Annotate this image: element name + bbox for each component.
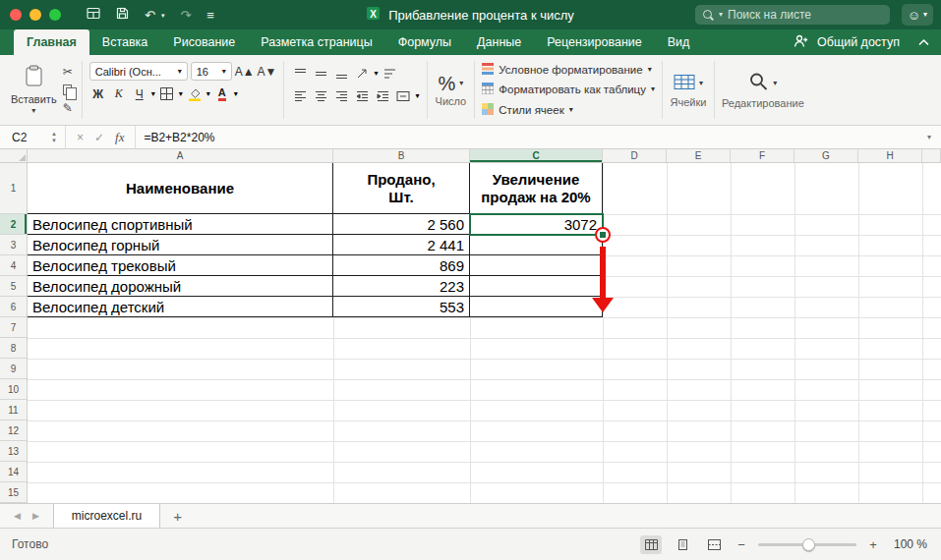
format-painter-icon[interactable]: ✎ xyxy=(63,99,73,117)
cell-B1[interactable]: Продано, Шт. xyxy=(333,163,470,214)
redo-icon[interactable]: ↷ xyxy=(180,8,191,23)
name-box-stepper[interactable]: ▲ ▼ xyxy=(51,131,57,143)
align-center-icon[interactable] xyxy=(312,86,329,105)
conditional-formatting-button[interactable]: Условное форматирование ▾ xyxy=(482,61,655,79)
column-header[interactable]: A xyxy=(28,149,333,162)
row-header[interactable]: 5 xyxy=(0,276,27,297)
zoom-out-button[interactable]: − xyxy=(735,537,748,552)
formula-bar-expand-icon[interactable]: ▾ xyxy=(927,134,941,141)
row-header[interactable]: 15 xyxy=(0,482,27,503)
cancel-entry-icon[interactable]: × xyxy=(77,131,84,144)
tab-review[interactable]: Рецензирование xyxy=(534,29,655,55)
cell-A3[interactable]: Велосипед горный xyxy=(28,235,333,255)
fill-handle[interactable] xyxy=(600,232,606,238)
undo-caret-icon[interactable]: ▾ xyxy=(161,12,165,19)
zoom-slider[interactable] xyxy=(758,543,856,546)
row-header[interactable]: 6 xyxy=(0,297,27,317)
cell-A1[interactable]: Наименование xyxy=(28,163,333,214)
column-header[interactable]: G xyxy=(794,149,858,162)
cell-B4[interactable]: 869 xyxy=(333,255,470,276)
prev-sheet-icon[interactable]: ◀ xyxy=(14,511,21,521)
align-left-icon[interactable] xyxy=(291,86,309,105)
bold-button[interactable]: Ж xyxy=(89,84,107,103)
zoom-slider-knob[interactable] xyxy=(802,538,815,551)
page-break-view-button[interactable] xyxy=(703,535,725,554)
collapse-ribbon-icon[interactable] xyxy=(918,35,929,49)
cell-B5[interactable]: 223 xyxy=(333,276,470,297)
fill-color-button[interactable] xyxy=(186,84,204,103)
underline-caret-icon[interactable]: ▾ xyxy=(151,90,155,98)
cell-B3[interactable]: 2 441 xyxy=(333,235,470,255)
cell-A5[interactable]: Велосипед дорожный xyxy=(28,276,333,297)
increase-font-button[interactable]: A▲ xyxy=(235,62,255,81)
column-header[interactable] xyxy=(922,149,941,162)
row-header[interactable]: 2 xyxy=(0,214,27,235)
cell-A4[interactable]: Велосипед трековый xyxy=(28,255,333,276)
row-header[interactable]: 13 xyxy=(0,441,27,462)
cut-icon[interactable]: ✂ xyxy=(63,63,73,81)
column-header[interactable]: F xyxy=(731,149,794,162)
fullscreen-window-button[interactable] xyxy=(49,9,61,21)
tab-home[interactable]: Главная xyxy=(14,29,89,55)
select-all-corner[interactable] xyxy=(0,149,28,163)
tab-data[interactable]: Данные xyxy=(464,29,534,55)
tab-page-layout[interactable]: Разметка страницы xyxy=(248,29,384,55)
row-header[interactable]: 3 xyxy=(0,235,27,255)
font-name-select[interactable]: Calibri (Осн... ▾ xyxy=(89,62,188,81)
fill-color-caret-icon[interactable]: ▾ xyxy=(206,90,210,98)
row-header[interactable]: 8 xyxy=(0,338,27,359)
row-header[interactable]: 12 xyxy=(0,420,27,441)
feedback-button[interactable]: ☺ ▾ xyxy=(902,4,933,26)
add-sheet-button[interactable]: + xyxy=(160,504,195,528)
format-as-table-button[interactable]: Форматировать как таблицу ▾ xyxy=(482,81,655,98)
paste-button[interactable]: Вставить ▾ xyxy=(7,60,61,120)
tab-draw[interactable]: Рисование xyxy=(160,29,248,55)
view-switcher-icon[interactable] xyxy=(87,7,100,23)
column-header[interactable]: B xyxy=(333,149,470,162)
cell-B6[interactable]: 553 xyxy=(333,297,470,317)
editing-button[interactable]: ▾ xyxy=(744,71,781,96)
save-icon[interactable] xyxy=(116,7,129,23)
merge-cells-icon[interactable] xyxy=(394,86,412,105)
next-sheet-icon[interactable]: ▶ xyxy=(32,511,39,521)
align-right-icon[interactable] xyxy=(332,86,350,105)
tab-formulas[interactable]: Формулы xyxy=(385,29,464,55)
cell-A2[interactable]: Велосипед спортивный xyxy=(28,214,333,235)
number-format-button[interactable]: % ▾ xyxy=(435,73,468,94)
zoom-level[interactable]: 100 % xyxy=(890,537,927,551)
align-top-icon[interactable] xyxy=(291,64,309,83)
share-button[interactable]: Общий доступ xyxy=(817,35,900,49)
name-box[interactable]: C2 xyxy=(0,126,51,148)
search-box[interactable]: ▾ Поиск на листе xyxy=(695,5,890,25)
cell-B2[interactable]: 2 560 xyxy=(333,214,470,235)
fill-handle-highlight[interactable] xyxy=(595,227,611,243)
italic-button[interactable]: К xyxy=(110,84,128,103)
cell-C4[interactable] xyxy=(470,255,603,276)
formula-input[interactable]: =B2+B2*20% xyxy=(144,131,214,144)
column-header[interactable]: C xyxy=(470,149,603,162)
cell-A6[interactable]: Велосипед детский xyxy=(28,297,333,317)
font-size-select[interactable]: 16 ▾ xyxy=(191,62,232,81)
close-window-button[interactable] xyxy=(10,9,22,21)
minimize-window-button[interactable] xyxy=(29,9,41,21)
align-middle-icon[interactable] xyxy=(312,64,329,83)
tab-view[interactable]: Вид xyxy=(655,29,703,55)
row-header[interactable]: 9 xyxy=(0,359,27,379)
cell-styles-button[interactable]: Стили ячеек ▾ xyxy=(482,101,655,119)
column-header[interactable]: H xyxy=(858,149,922,162)
zoom-in-button[interactable]: + xyxy=(866,537,880,552)
wrap-text-icon[interactable] xyxy=(382,64,399,83)
align-bottom-icon[interactable] xyxy=(332,64,350,83)
font-color-button[interactable]: А xyxy=(213,84,231,103)
normal-view-button[interactable] xyxy=(640,535,662,554)
insert-function-icon[interactable]: fx xyxy=(115,130,124,145)
tab-insert[interactable]: Вставка xyxy=(89,29,160,55)
increase-indent-icon[interactable] xyxy=(374,86,391,105)
cell-C1[interactable]: Увеличение продаж на 20% xyxy=(470,163,603,214)
row-header[interactable]: 10 xyxy=(0,379,27,400)
page-layout-view-button[interactable] xyxy=(672,535,693,554)
copy-icon[interactable] xyxy=(63,82,73,99)
orientation-icon[interactable] xyxy=(353,64,371,83)
customize-toolbar-icon[interactable]: ≡ xyxy=(206,8,214,23)
cells-button[interactable]: ▾ xyxy=(670,73,707,95)
